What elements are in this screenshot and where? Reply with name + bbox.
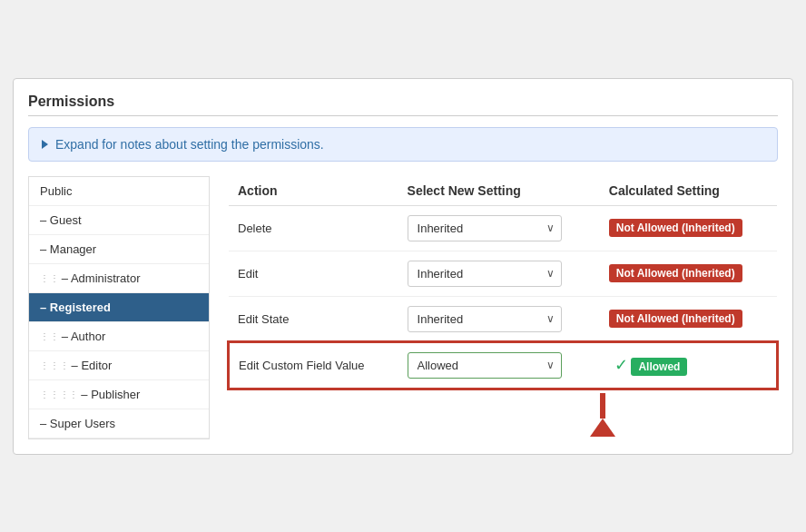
expand-label: Expand for notes about setting the permi… xyxy=(55,137,324,152)
select-wrapper: Inherited Allowed Denied ∨ xyxy=(408,215,562,241)
select-cell: Inherited Allowed Denied ∨ xyxy=(398,251,600,296)
sidebar-item-label: – Guest xyxy=(40,213,82,227)
select-cell: Inherited Allowed Denied ∨ xyxy=(398,342,600,389)
sidebar-item-label: – Administrator xyxy=(62,271,141,285)
expand-notes-button[interactable]: Expand for notes about setting the permi… xyxy=(28,127,778,162)
setting-select[interactable]: Inherited Allowed Denied xyxy=(408,261,562,287)
status-badge: Not Allowed (Inherited) xyxy=(609,219,742,237)
setting-select[interactable]: Inherited Allowed Denied xyxy=(408,215,562,241)
sidebar-item-author[interactable]: ⋮ ⋮ – Author xyxy=(29,322,209,351)
sidebar: Public – Guest – Manager ⋮ ⋮ – Administr… xyxy=(28,176,210,439)
sidebar-item-manager[interactable]: – Manager xyxy=(29,235,209,264)
calculated-cell: ✓ Allowed xyxy=(600,342,777,389)
sidebar-item-label: Public xyxy=(40,184,72,198)
calculated-cell: Not Allowed (Inherited) xyxy=(600,251,777,296)
table-row-highlighted: Edit Custom Field Value Inherited Allowe… xyxy=(229,342,777,389)
drag-dots-icon: ⋮ ⋮ ⋮ ⋮ xyxy=(40,389,77,399)
section-title: Permissions xyxy=(28,94,778,116)
col-action-header: Action xyxy=(229,176,398,206)
sidebar-item-label: – Super Users xyxy=(40,417,115,430)
status-badge: Not Allowed (Inherited) xyxy=(609,310,742,328)
select-wrapper: Inherited Allowed Denied ∨ xyxy=(408,306,562,332)
sidebar-item-label: – Publisher xyxy=(81,388,140,401)
sidebar-item-registered[interactable]: – Registered xyxy=(29,293,209,322)
sidebar-item-guest[interactable]: – Guest xyxy=(29,206,209,235)
table-row: Edit Inherited Allowed Denied ∨ xyxy=(229,251,777,296)
sidebar-item-superusers[interactable]: – Super Users xyxy=(29,409,209,438)
setting-select-allowed[interactable]: Inherited Allowed Denied xyxy=(408,352,562,379)
sidebar-item-label: – Author xyxy=(62,330,105,343)
up-arrow-icon xyxy=(590,419,615,437)
col-calculated-header: Calculated Setting xyxy=(600,176,777,206)
sidebar-item-label: – Editor xyxy=(72,359,113,372)
select-wrapper: Inherited Allowed Denied ∨ xyxy=(408,352,562,379)
sidebar-item-editor[interactable]: ⋮ ⋮ ⋮ – Editor xyxy=(29,351,209,380)
permissions-panel: Permissions Expand for notes about setti… xyxy=(13,78,793,455)
action-cell: Edit Custom Field Value xyxy=(229,342,398,389)
status-badge: Not Allowed (Inherited) xyxy=(609,264,742,282)
calculated-cell: Not Allowed (Inherited) xyxy=(600,296,777,342)
sidebar-item-label: – Manager xyxy=(40,242,96,256)
expand-arrow-icon xyxy=(42,140,48,149)
action-cell: Delete xyxy=(229,205,398,251)
select-cell: Inherited Allowed Denied ∨ xyxy=(398,205,600,251)
drag-dots-icon: ⋮ ⋮ ⋮ xyxy=(40,360,68,370)
sidebar-item-administrator[interactable]: ⋮ ⋮ – Administrator xyxy=(29,264,209,293)
main-content: Public – Guest – Manager ⋮ ⋮ – Administr… xyxy=(28,176,778,439)
checkmark-icon: ✓ xyxy=(614,356,628,374)
select-cell: Inherited Allowed Denied ∨ xyxy=(398,296,600,342)
permissions-table: Action Select New Setting Calculated Set… xyxy=(228,176,778,389)
sidebar-item-publisher[interactable]: ⋮ ⋮ ⋮ ⋮ – Publisher xyxy=(29,380,209,409)
table-row: Delete Inherited Allowed Denied ∨ xyxy=(229,205,777,251)
select-wrapper: Inherited Allowed Denied ∨ xyxy=(408,261,562,287)
col-select-header: Select New Setting xyxy=(398,176,600,206)
drag-dots-icon: ⋮ ⋮ xyxy=(40,331,58,341)
sidebar-item-public[interactable]: Public xyxy=(29,177,209,206)
table-row: Edit State Inherited Allowed Denied ∨ xyxy=(229,296,777,342)
action-cell: Edit State xyxy=(229,296,398,342)
sidebar-item-label: – Registered xyxy=(40,300,111,314)
arrow-shaft xyxy=(600,393,605,419)
setting-select[interactable]: Inherited Allowed Denied xyxy=(408,306,562,332)
action-cell: Edit xyxy=(229,251,398,296)
drag-dots-icon: ⋮ ⋮ xyxy=(40,273,58,283)
permissions-area: Action Select New Setting Calculated Set… xyxy=(210,176,778,439)
table-wrapper: Action Select New Setting Calculated Set… xyxy=(228,176,778,437)
calculated-cell: Not Allowed (Inherited) xyxy=(600,205,777,251)
status-badge: Allowed xyxy=(631,358,687,376)
arrow-indicator xyxy=(428,393,778,437)
